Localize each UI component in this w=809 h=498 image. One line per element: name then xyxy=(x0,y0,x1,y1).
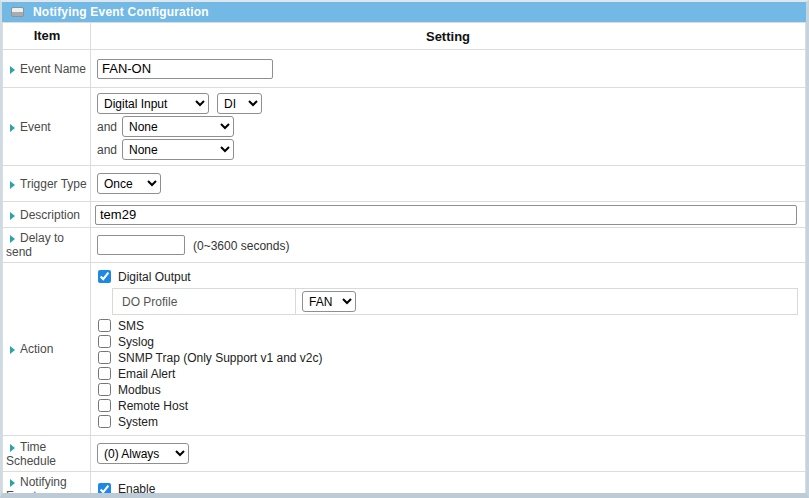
description-row: Description xyxy=(3,202,806,228)
snmp-trap-label: SNMP Trap (Only Support v1 and v2c) xyxy=(118,351,323,365)
event-name-label: Event Name xyxy=(20,62,86,76)
notifying-events-label: Notifying Events xyxy=(6,475,67,498)
snmp-trap-option[interactable]: SNMP Trap (Only Support v1 and v2c) xyxy=(97,350,799,365)
action-label: Action xyxy=(20,342,53,356)
and-label: and xyxy=(97,120,118,134)
arrow-bullet-icon xyxy=(10,66,15,74)
event-label: Event xyxy=(20,120,51,134)
column-header-setting: Setting xyxy=(91,23,806,50)
enable-label: Enable xyxy=(118,482,155,496)
modbus-option[interactable]: Modbus xyxy=(97,382,799,397)
column-header-item: Item xyxy=(3,23,91,50)
system-option[interactable]: System xyxy=(97,414,799,429)
sms-option[interactable]: SMS xyxy=(97,318,799,333)
syslog-checkbox[interactable] xyxy=(98,335,111,348)
event-name-row: Event Name xyxy=(3,50,806,88)
description-input[interactable] xyxy=(95,205,797,225)
do-profile-label: DO Profile xyxy=(113,289,296,315)
event-type-select[interactable]: Digital Input xyxy=(97,93,209,114)
arrow-bullet-icon xyxy=(10,212,15,220)
snmp-trap-checkbox[interactable] xyxy=(98,351,111,364)
email-alert-checkbox[interactable] xyxy=(98,367,111,380)
time-schedule-select[interactable]: (0) Always xyxy=(97,443,189,464)
action-row: Action Digital Output DO Profile FAN xyxy=(3,263,806,436)
and-label: and xyxy=(97,143,118,157)
email-alert-label: Email Alert xyxy=(118,367,175,381)
enable-checkbox[interactable] xyxy=(98,483,111,496)
delay-input[interactable] xyxy=(97,235,185,255)
delay-to-send-row: Delay to send (0~3600 seconds) xyxy=(3,228,806,263)
remote-host-label: Remote Host xyxy=(118,399,188,413)
sms-label: SMS xyxy=(118,319,144,333)
time-schedule-row: Time Schedule (0) Always xyxy=(3,436,806,472)
trigger-type-row: Trigger Type Once xyxy=(3,166,806,202)
enable-option[interactable]: Enable xyxy=(97,481,799,498)
do-profile-select[interactable]: FAN xyxy=(302,291,356,312)
digital-output-label: Digital Output xyxy=(118,270,191,284)
delay-hint: (0~3600 seconds) xyxy=(193,239,289,253)
remote-host-option[interactable]: Remote Host xyxy=(97,398,799,413)
arrow-bullet-icon xyxy=(10,124,15,132)
window-icon xyxy=(11,7,24,17)
modbus-label: Modbus xyxy=(118,383,161,397)
modbus-checkbox[interactable] xyxy=(98,383,111,396)
email-alert-option[interactable]: Email Alert xyxy=(97,366,799,381)
arrow-bullet-icon xyxy=(10,235,15,243)
syslog-option[interactable]: Syslog xyxy=(97,334,799,349)
system-label: System xyxy=(118,415,158,429)
event-name-input[interactable] xyxy=(97,59,273,79)
digital-output-checkbox[interactable] xyxy=(98,270,111,283)
syslog-label: Syslog xyxy=(118,335,154,349)
table-header-row: Item Setting xyxy=(3,23,806,50)
arrow-bullet-icon xyxy=(10,181,15,189)
event-condition2-select[interactable]: None xyxy=(122,116,234,137)
trigger-type-select[interactable]: Once xyxy=(97,173,161,194)
remote-host-checkbox[interactable] xyxy=(98,399,111,412)
notifying-events-row: Notifying Events Enable xyxy=(3,472,806,498)
do-profile-row: DO Profile FAN xyxy=(113,289,798,315)
event-condition3-select[interactable]: None xyxy=(122,139,234,160)
titlebar: Notifying Event Configuration xyxy=(2,2,806,22)
config-table: Item Setting Event Name Event Digital In… xyxy=(2,22,806,498)
page-title: Notifying Event Configuration xyxy=(33,5,209,19)
event-subtype-select[interactable]: DI xyxy=(217,93,262,114)
trigger-type-label: Trigger Type xyxy=(20,177,87,191)
sms-checkbox[interactable] xyxy=(98,319,111,332)
event-row: Event Digital Input DI and xyxy=(3,88,806,166)
digital-output-option[interactable]: Digital Output xyxy=(97,268,799,285)
do-profile-subtable: DO Profile FAN xyxy=(112,288,798,315)
arrow-bullet-icon xyxy=(10,444,15,452)
system-checkbox[interactable] xyxy=(98,415,111,428)
description-label: Description xyxy=(20,208,80,222)
notifying-event-config-window: Notifying Event Configuration Item Setti… xyxy=(0,0,809,498)
arrow-bullet-icon xyxy=(10,346,15,354)
arrow-bullet-icon xyxy=(10,479,15,487)
